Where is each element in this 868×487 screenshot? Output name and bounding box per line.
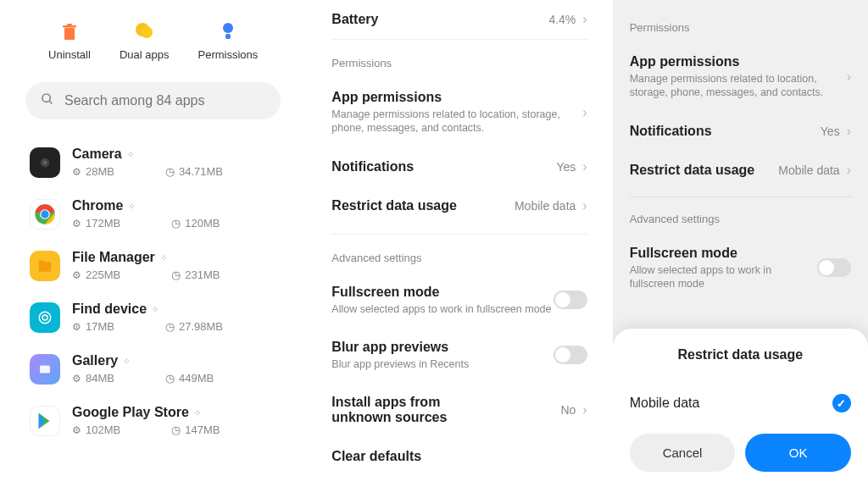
loading-icon: ⁘ <box>123 357 130 366</box>
search-input[interactable] <box>64 93 265 108</box>
svg-rect-2 <box>67 24 72 25</box>
chrome-app-icon <box>30 199 60 230</box>
fullscreen-row[interactable]: Fullscreen mode Allow selected apps to w… <box>331 273 587 328</box>
finddevice-app-icon <box>30 302 60 333</box>
setting-title: App permissions <box>630 54 847 69</box>
clock-icon: ◷ <box>165 320 175 333</box>
gear-icon: ⚙ <box>72 269 81 281</box>
fullscreen-row[interactable]: Fullscreen mode Allow selected apps to w… <box>630 234 851 303</box>
dual-apps-label: Dual apps <box>120 48 170 61</box>
chevron-right-icon: › <box>582 105 587 120</box>
svg-rect-1 <box>63 25 76 28</box>
svg-point-17 <box>42 315 47 320</box>
loading-icon: ⁘ <box>194 408 201 418</box>
clock-icon: ◷ <box>171 423 181 436</box>
dual-icon <box>134 21 154 42</box>
setting-title: Clear defaults <box>331 449 421 464</box>
setting-title: Fullscreen mode <box>331 285 553 300</box>
trash-icon <box>59 21 80 42</box>
uninstall-action[interactable]: Uninstall <box>48 21 91 61</box>
advanced-section-header: Advanced settings <box>331 235 587 273</box>
setting-desc: Blur app previews in Recents <box>331 357 553 371</box>
setting-title: Notifications <box>630 124 712 139</box>
app-permissions-row[interactable]: App permissions Manage permissions relat… <box>630 42 851 112</box>
clear-defaults-row[interactable]: Clear defaults <box>331 437 587 476</box>
setting-value: Yes <box>556 160 576 174</box>
app-name: Camera <box>72 147 122 162</box>
chevron-right-icon: › <box>582 402 587 417</box>
loading-icon: ⁘ <box>127 150 134 159</box>
app-row-gallery[interactable]: Gallery⁘ ⚙84MB ◷449MB <box>25 343 281 395</box>
divider <box>630 196 851 197</box>
install-unknown-row[interactable]: Install apps from unknown sources No› <box>331 383 587 437</box>
mobile-data-option[interactable]: Mobile data ✓ <box>630 384 851 434</box>
setting-value: Yes <box>821 125 840 138</box>
setting-desc: Allow selected apps to work in fullscree… <box>630 263 817 291</box>
storage-size: 102MB <box>86 423 120 436</box>
restrict-data-row[interactable]: Restrict data usage Mobile data› <box>331 186 587 225</box>
data-size: 34.71MB <box>179 165 223 178</box>
loading-icon: ⁘ <box>160 253 167 263</box>
restrict-data-row[interactable]: Restrict data usage Mobile data› <box>630 151 851 190</box>
setting-desc: Allow selected apps to work in fullscree… <box>331 302 553 316</box>
advanced-section-header: Advanced settings <box>630 204 851 234</box>
blur-toggle[interactable] <box>554 346 587 364</box>
notifications-row[interactable]: Notifications Yes› <box>630 112 851 151</box>
camera-app-icon <box>30 147 60 178</box>
app-row-chrome[interactable]: Chrome⁘ ⚙172MB ◷120MB <box>25 188 281 240</box>
setting-title: Fullscreen mode <box>630 246 817 261</box>
dialog-title: Restrict data usage <box>630 347 851 362</box>
dual-apps-action[interactable]: Dual apps <box>120 21 170 61</box>
fullscreen-toggle[interactable] <box>817 258 851 277</box>
battery-row[interactable]: Battery 4.4%› <box>331 0 587 39</box>
svg-rect-0 <box>64 28 75 40</box>
svg-point-4 <box>141 26 153 38</box>
loading-icon: ⁘ <box>152 305 159 314</box>
app-name: File Manager <box>72 250 155 265</box>
gear-icon: ⚙ <box>72 166 81 178</box>
svg-point-15 <box>41 210 48 218</box>
restrict-data-dialog: Restrict data usage Mobile data ✓ Cancel… <box>613 329 868 487</box>
action-row: Uninstall Dual apps Permissions <box>25 21 281 61</box>
svg-line-8 <box>49 101 52 103</box>
app-row-camera[interactable]: Camera⁘ ⚙28MB ◷34.71MB <box>25 136 281 188</box>
gear-icon: ⚙ <box>72 218 81 230</box>
app-settings-pane: Battery 4.4%› Permissions App permission… <box>306 0 612 487</box>
chevron-right-icon: › <box>847 124 851 138</box>
data-size: 147MB <box>185 423 220 436</box>
app-permissions-row[interactable]: App permissions Manage permissions relat… <box>331 78 587 147</box>
filemanager-app-icon <box>30 251 60 281</box>
app-row-playstore[interactable]: Google Play Store⁘ ⚙102MB ◷147MB <box>25 395 281 446</box>
setting-title: Install apps from unknown sources <box>331 395 484 425</box>
svg-point-7 <box>42 94 50 102</box>
clock-icon: ◷ <box>165 372 175 385</box>
setting-desc: Manage permissions related to location, … <box>331 108 582 136</box>
app-name: Chrome <box>72 198 123 213</box>
clock-icon: ◷ <box>171 268 181 281</box>
svg-point-10 <box>43 160 47 164</box>
dialog-pane: Permissions App permissions Manage permi… <box>613 0 868 487</box>
ok-button[interactable]: OK <box>745 434 851 472</box>
setting-title: Blur app previews <box>331 340 553 355</box>
fullscreen-toggle[interactable] <box>554 291 587 309</box>
option-label: Mobile data <box>630 396 700 411</box>
app-name: Google Play Store <box>72 405 189 420</box>
loading-icon: ⁘ <box>128 202 135 211</box>
setting-value: Mobile data <box>778 163 839 177</box>
search-box[interactable] <box>25 82 281 119</box>
chevron-right-icon: › <box>582 159 587 174</box>
setting-value: Mobile data <box>515 199 576 213</box>
setting-desc: Manage permissions related to location, … <box>630 72 847 100</box>
app-row-filemanager[interactable]: File Manager⁘ ⚙225MB ◷231MB <box>25 240 281 291</box>
gear-icon: ⚙ <box>72 321 81 333</box>
blur-row[interactable]: Blur app previews Blur app previews in R… <box>331 328 587 383</box>
app-list-pane: Uninstall Dual apps Permissions Camera⁘ … <box>0 0 306 487</box>
data-size: 120MB <box>185 217 220 230</box>
notifications-row[interactable]: Notifications Yes› <box>331 147 587 186</box>
app-row-finddevice[interactable]: Find device⁘ ⚙17MB ◷27.98MB <box>25 291 281 343</box>
uninstall-label: Uninstall <box>48 48 91 61</box>
cancel-button[interactable]: Cancel <box>630 434 736 472</box>
permissions-action[interactable]: Permissions <box>198 21 258 61</box>
chevron-right-icon: › <box>582 12 587 26</box>
setting-title: Restrict data usage <box>331 198 457 213</box>
